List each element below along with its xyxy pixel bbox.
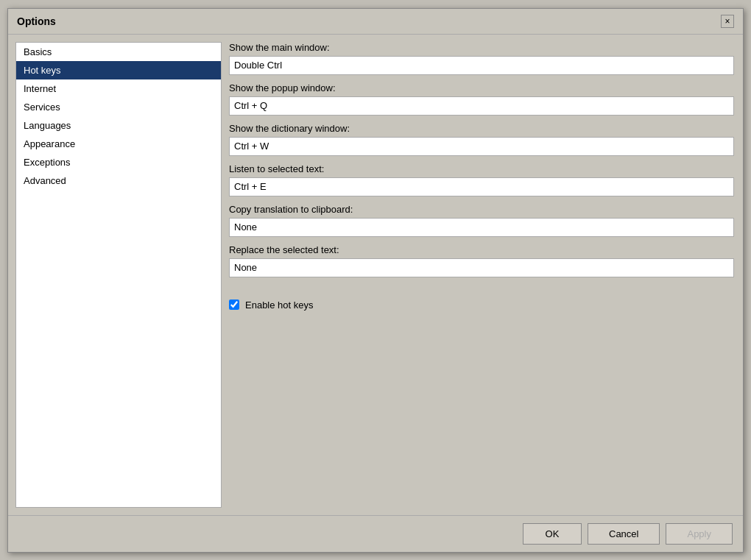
title-bar: Options ×: [8, 9, 743, 35]
sidebar-item-hotkeys[interactable]: Hot keys: [16, 61, 221, 79]
field-input-show-dictionary-window[interactable]: [229, 137, 734, 156]
field-label-show-dictionary-window: Show the dictionary window:: [229, 123, 734, 134]
sidebar: BasicsHot keysInternetServicesLanguagesA…: [15, 42, 222, 508]
field-label-listen-selected-text: Listen to selected text:: [229, 163, 734, 174]
dialog-title: Options: [17, 15, 56, 27]
field-label-copy-translation-clipboard: Copy translation to clipboard:: [229, 204, 734, 215]
apply-button[interactable]: Apply: [666, 523, 733, 545]
sidebar-item-basics[interactable]: Basics: [16, 43, 221, 61]
cancel-button[interactable]: Cancel: [588, 523, 660, 545]
field-input-show-popup-window[interactable]: [229, 96, 734, 116]
field-group-show-dictionary-window: Show the dictionary window:: [229, 123, 734, 156]
field-group-show-main-window: Show the main window:: [229, 42, 734, 75]
content-area: Show the main window:Show the popup wind…: [229, 42, 736, 508]
field-group-show-popup-window: Show the popup window:: [229, 82, 734, 116]
enable-hotkeys-row: Enable hot keys: [229, 300, 734, 311]
ok-button[interactable]: OK: [523, 523, 582, 545]
field-label-replace-selected-text: Replace the selected text:: [229, 244, 734, 255]
field-input-replace-selected-text[interactable]: [229, 258, 734, 277]
enable-hotkeys-checkbox[interactable]: [229, 300, 239, 310]
footer: OK Cancel Apply: [8, 515, 743, 552]
dialog-body: BasicsHot keysInternetServicesLanguagesA…: [8, 35, 743, 515]
sidebar-item-internet[interactable]: Internet: [16, 79, 221, 98]
field-label-show-main-window: Show the main window:: [229, 42, 734, 53]
close-button[interactable]: ×: [721, 15, 734, 28]
enable-hotkeys-label: Enable hot keys: [245, 300, 314, 311]
sidebar-item-advanced[interactable]: Advanced: [16, 171, 221, 190]
field-input-listen-selected-text[interactable]: [229, 177, 734, 196]
field-label-show-popup-window: Show the popup window:: [229, 82, 734, 93]
sidebar-item-languages[interactable]: Languages: [16, 116, 221, 135]
options-dialog: Options × BasicsHot keysInternetServices…: [7, 8, 744, 553]
field-group-listen-selected-text: Listen to selected text:: [229, 163, 734, 196]
field-group-replace-selected-text: Replace the selected text:: [229, 244, 734, 277]
field-input-show-main-window[interactable]: [229, 56, 734, 75]
sidebar-item-services[interactable]: Services: [16, 98, 221, 116]
field-group-copy-translation-clipboard: Copy translation to clipboard:: [229, 204, 734, 237]
field-input-copy-translation-clipboard[interactable]: [229, 218, 734, 237]
sidebar-item-appearance[interactable]: Appearance: [16, 135, 221, 153]
sidebar-item-exceptions[interactable]: Exceptions: [16, 153, 221, 171]
